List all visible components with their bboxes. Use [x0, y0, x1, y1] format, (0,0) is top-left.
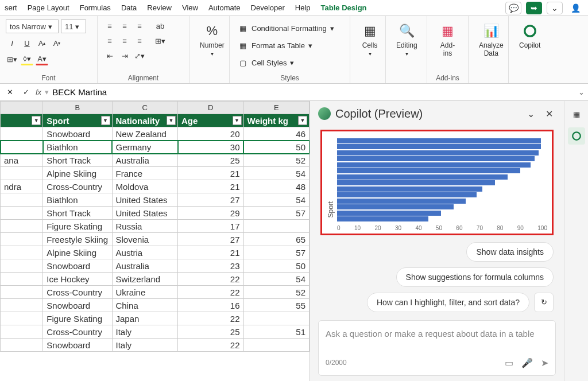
filter-icon[interactable]: ▼ [298, 116, 307, 125]
cell[interactable] [243, 312, 310, 325]
cell[interactable]: Italy [112, 339, 177, 352]
cell[interactable] [1, 193, 43, 207]
cell[interactable] [1, 286, 43, 299]
cell[interactable] [1, 299, 43, 312]
table-row[interactable]: Cross-CountryUkraine2252 [1, 286, 310, 299]
cell[interactable]: Biathlon [43, 193, 112, 207]
cell[interactable]: 52 [243, 286, 310, 299]
table-row[interactable]: SnowboardNew Zealand2046 [1, 127, 310, 141]
tab-page-layout[interactable]: Page Layout [28, 3, 69, 12]
cell[interactable] [243, 220, 310, 233]
cell[interactable]: Moldova [112, 180, 177, 193]
fill-color-button[interactable]: ◊▾ [21, 53, 33, 65]
show-insights-button[interactable]: Show data insights [466, 242, 554, 262]
cell[interactable]: 52 [243, 154, 310, 167]
expand-formula-icon[interactable]: ⌄ [578, 88, 585, 96]
cell[interactable]: Slovenia [112, 233, 177, 246]
cell[interactable]: 22 [178, 273, 243, 286]
cell[interactable] [1, 246, 43, 259]
cell[interactable]: Figure Skating [43, 220, 112, 233]
cell[interactable]: Short Track [43, 154, 112, 167]
italic-button[interactable]: I [6, 37, 18, 49]
tab-review[interactable]: Review [147, 3, 172, 12]
table-row[interactable]: Short TrackUnited States2957 [1, 207, 310, 220]
cell[interactable]: 50 [243, 141, 310, 154]
close-icon[interactable]: ✕ [542, 107, 556, 120]
table-row[interactable]: anaShort TrackAustralia2552 [1, 154, 310, 167]
table-row[interactable]: Figure SkatingJapan22 [1, 312, 310, 325]
cell[interactable]: Australia [112, 154, 177, 167]
comments-icon[interactable]: 💬 [505, 2, 521, 14]
cell[interactable]: 27 [178, 233, 243, 246]
table-row[interactable]: Ice HockeySwitzerland2254 [1, 273, 310, 286]
tab-developer[interactable]: Developer [251, 3, 285, 12]
cell[interactable]: 22 [178, 286, 243, 299]
refresh-button[interactable]: ↻ [534, 293, 554, 312]
send-icon[interactable]: ➤ [541, 357, 548, 368]
cell[interactable]: 54 [243, 273, 310, 286]
cell[interactable]: United States [112, 193, 177, 207]
table-row[interactable]: Alpine SkiingAustria2157 [1, 246, 310, 259]
cell[interactable]: Italy [112, 325, 177, 339]
cell[interactable]: 55 [243, 299, 310, 312]
collapse-icon[interactable]: ⌄ [524, 107, 537, 120]
cell[interactable]: Cross-Country [43, 286, 112, 299]
mic-icon[interactable]: 🎤 [521, 357, 533, 368]
merge-button[interactable]: ⊞▾ [154, 34, 167, 47]
accept-formula-button[interactable]: ✓ [20, 86, 32, 99]
filter-icon[interactable]: ▼ [233, 116, 242, 125]
table-row[interactable]: BiathlonGermany3050 [1, 141, 310, 154]
tab-automate[interactable]: Automate [208, 3, 241, 12]
cell[interactable]: Alpine Skiing [43, 246, 112, 259]
cell[interactable]: ana [1, 154, 43, 167]
cell[interactable]: 20 [178, 127, 243, 141]
table-header[interactable]: Age▼ [178, 114, 243, 127]
cell[interactable]: 23 [178, 259, 243, 273]
col-header[interactable]: B [43, 102, 112, 114]
copilot-ribbon-button[interactable]: Copilot [514, 20, 545, 52]
cell[interactable]: Austria [112, 246, 177, 259]
cell[interactable]: 22 [178, 339, 243, 352]
highlight-data-button[interactable]: How can I highlight, filter, and sort da… [367, 293, 529, 312]
cell[interactable]: Ice Hockey [43, 273, 112, 286]
underline-button[interactable]: U [21, 37, 33, 49]
cell[interactable]: 17 [178, 220, 243, 233]
number-format-button[interactable]: % Number ▾ [195, 20, 229, 59]
cell[interactable]: 54 [243, 193, 310, 207]
cancel-formula-button[interactable]: ✕ [3, 86, 16, 99]
editing-button[interactable]: 🔍Editing▾ [392, 20, 422, 59]
copilot-input[interactable]: Ask a question or make a request about d… [318, 320, 556, 376]
cell[interactable] [1, 325, 43, 339]
filter-icon[interactable]: ▼ [101, 116, 110, 125]
cell[interactable]: 27 [178, 193, 243, 207]
font-grow-button[interactable]: A▴ [36, 37, 48, 49]
col-header[interactable]: D [178, 102, 243, 114]
cell[interactable]: 21 [178, 246, 243, 259]
analyze-data-button[interactable]: 📊Analyze Data [474, 20, 508, 60]
orientation-button[interactable]: ⤢▾ [133, 49, 146, 62]
table-header[interactable]: Weight kg▼ [243, 114, 310, 127]
cell[interactable]: United States [112, 207, 177, 220]
cell[interactable] [1, 259, 43, 273]
tab-data[interactable]: Data [121, 3, 137, 12]
tab-formulas[interactable]: Formulas [80, 3, 111, 12]
filter-icon[interactable]: ▼ [32, 116, 41, 125]
cell[interactable]: Alpine Skiing [43, 167, 112, 180]
cell[interactable]: Germany [112, 141, 177, 154]
indent-dec-button[interactable]: ⇤ [103, 49, 116, 62]
cell[interactable]: Snowboard [43, 339, 112, 352]
tab-table-design[interactable]: Table Design [321, 3, 367, 12]
wrap-text-button[interactable]: ab [154, 20, 167, 32]
cell[interactable]: Cross-Country [43, 325, 112, 339]
share-button[interactable]: ➥ [526, 2, 542, 14]
attach-icon[interactable]: ▭ [505, 357, 513, 368]
cell[interactable]: Snowboard [43, 259, 112, 273]
table-row[interactable]: SnowboardAustralia2350 [1, 259, 310, 273]
table-header[interactable]: ▼ [1, 114, 43, 127]
format-as-table-button[interactable]: ▦Format as Table▾ [235, 39, 315, 52]
cell[interactable]: Russia [112, 220, 177, 233]
conditional-formatting-button[interactable]: ▦Conditional Formatting▾ [235, 22, 336, 34]
cell[interactable] [1, 207, 43, 220]
tab-insert[interactable]: sert [5, 3, 17, 12]
cell[interactable]: Japan [112, 312, 177, 325]
